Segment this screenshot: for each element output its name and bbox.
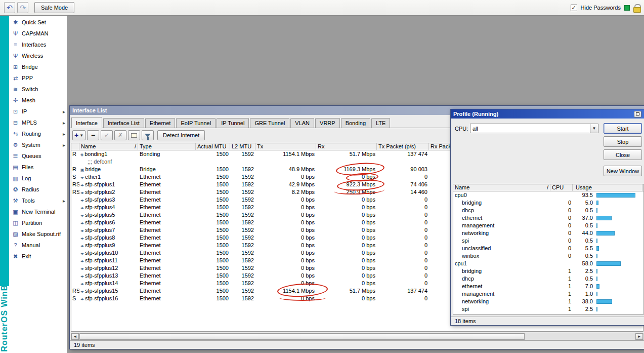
tab-interface-list[interactable]: Interface List xyxy=(103,118,144,128)
profile-row[interactable]: management11.0 xyxy=(453,290,643,298)
stop-button[interactable]: Stop xyxy=(604,136,642,147)
cpu-select[interactable]: all xyxy=(470,124,590,133)
profile-row[interactable]: cpu093.5 xyxy=(453,191,643,199)
column-profile-usage[interactable]: Usage xyxy=(573,184,642,191)
profile-row[interactable]: networking044.0 xyxy=(453,229,643,237)
sidebar-item-tools[interactable]: ⚒Tools▸ xyxy=(9,195,67,206)
profile-row[interactable]: bridging12.5 xyxy=(453,267,643,275)
l2-mtu-value: 1592 xyxy=(230,264,255,272)
scrollbar-thumb[interactable] xyxy=(79,333,525,340)
profile-row[interactable]: winbox00.5 xyxy=(453,252,643,260)
sidebar-item-mesh[interactable]: ✣Mesh xyxy=(9,95,67,106)
profile-row[interactable]: networking138.0 xyxy=(453,298,643,305)
sidebar-item-queues[interactable]: ☰Queues xyxy=(9,150,67,162)
sidebar-item-bridge[interactable]: ⊞Bridge xyxy=(9,61,67,72)
detect-internet-button[interactable]: Detect Internet xyxy=(157,130,205,140)
close-button[interactable]: Close xyxy=(604,149,642,160)
sidebar-item-capsman[interactable]: ΨCAPsMAN xyxy=(9,28,67,39)
undo-button[interactable]: ↶ xyxy=(4,2,15,13)
profile-row[interactable]: spi00.5 xyxy=(453,237,643,245)
sidebar-item-routing[interactable]: ⇆Routing▸ xyxy=(9,128,67,139)
new-window-button[interactable]: New Window xyxy=(604,166,642,176)
comment-button[interactable] xyxy=(128,130,140,140)
scroll-right-button[interactable]: ► xyxy=(635,333,643,340)
row-flag: R xyxy=(71,150,79,158)
cpu-select-drop-button[interactable]: ▼ xyxy=(590,124,598,133)
sidebar-item-exit[interactable]: ✖Exit xyxy=(9,251,67,262)
sidebar-item-new-terminal[interactable]: ▣New Terminal xyxy=(9,206,67,217)
enable-button[interactable]: ✓ xyxy=(101,130,113,140)
remove-button[interactable]: − xyxy=(87,130,99,140)
sidebar-item-label: Quick Set xyxy=(22,19,65,25)
sidebar-item-ppp[interactable]: ⇄PPP xyxy=(9,72,67,84)
column-tx-packet[interactable]: Tx Packet (p/s) xyxy=(377,143,429,150)
interface-name: ◂▸sfp-sfpplus3 xyxy=(79,196,138,204)
profile-row[interactable]: spi12.5 xyxy=(453,305,643,313)
column-actual-mtu[interactable]: Actual MTU xyxy=(196,143,230,150)
sidebar-item-label: Queues xyxy=(22,153,65,159)
column-rx[interactable]: Rx xyxy=(316,143,377,150)
sidebar-item-files[interactable]: ▤Files xyxy=(9,162,67,173)
safe-mode-button[interactable]: Safe Mode xyxy=(34,2,74,13)
scroll-left-button[interactable]: ◄ xyxy=(71,333,79,340)
sidebar-item-label: Routing xyxy=(22,131,63,137)
column-profile-cpu[interactable]: CPU xyxy=(550,184,573,191)
tab-gre-tunnel[interactable]: GRE Tunnel xyxy=(250,118,289,128)
filter-funnel-icon xyxy=(145,134,151,137)
sidebar-item-switch[interactable]: ≋Switch xyxy=(9,84,67,95)
disable-button[interactable]: ✗ xyxy=(114,130,126,140)
sidebar-item-mpls[interactable]: ⊟MPLS▸ xyxy=(9,117,67,128)
profile-row[interactable]: ethernet037.0 xyxy=(453,214,643,222)
branding-strip: RouterOS WinBox xyxy=(0,16,9,353)
tab-lte[interactable]: LTE xyxy=(371,118,390,128)
l2-mtu-value: 1592 xyxy=(230,257,255,264)
profile-window-titlebar[interactable]: Profile (Running) xyxy=(451,109,644,119)
tab-eoip-tunnel[interactable]: EoIP Tunnel xyxy=(176,118,216,128)
profile-row[interactable]: ethernet17.0 xyxy=(453,283,643,290)
redo-button[interactable]: ↷ xyxy=(17,2,28,13)
tab-ip-tunnel[interactable]: IP Tunnel xyxy=(217,118,249,128)
profile-row[interactable]: cpu158.0 xyxy=(453,260,643,267)
profile-row[interactable]: bridging05.0 xyxy=(453,199,643,207)
filter-button[interactable] xyxy=(142,130,154,140)
sidebar-item-ip[interactable]: ⊡IP▸ xyxy=(9,106,67,117)
actual-mtu-value: 1500 xyxy=(196,204,230,211)
tab-bonding[interactable]: Bonding xyxy=(341,118,370,128)
l2-mtu-value: 1592 xyxy=(230,280,255,287)
tab-vrrp[interactable]: VRRP xyxy=(315,118,340,128)
sidebar-item-manual[interactable]: ?Manual xyxy=(9,240,67,251)
interface-name: ◂▸sfp-sfpplus16 xyxy=(79,295,138,302)
sidebar-item-radius[interactable]: ✪Radius xyxy=(9,184,67,195)
tab-ethernet[interactable]: Ethernet xyxy=(145,118,176,128)
sidebar-item-label: Radius xyxy=(22,186,65,192)
profile-row[interactable]: management00.5 xyxy=(453,222,643,229)
sidebar-item-label: Exit xyxy=(22,253,65,259)
profile-cpu-value: 0 xyxy=(550,214,573,222)
column-tx[interactable]: Tx xyxy=(255,143,316,150)
hide-passwords-checkbox[interactable]: ✓ xyxy=(571,5,577,11)
column-profile-name[interactable]: Name/ xyxy=(453,184,550,191)
profile-usage: 0.5 xyxy=(573,252,642,260)
profile-row[interactable]: dhcp10.5 xyxy=(453,275,643,283)
column-name[interactable]: Name/ xyxy=(79,143,138,150)
sidebar-item-interfaces[interactable]: ≡Interfaces xyxy=(9,39,67,50)
detect-internet-label: Detect Internet xyxy=(163,132,199,138)
add-button[interactable]: +▼ xyxy=(72,130,85,140)
usage-value: 37.0 xyxy=(573,214,593,222)
cpu-select-value: all xyxy=(473,126,478,132)
profile-row[interactable]: unclassified05.5 xyxy=(453,245,643,252)
sidebar-item-system[interactable]: ⚙System▸ xyxy=(9,139,67,150)
start-button[interactable]: Start xyxy=(604,123,642,134)
sidebar-item-wireless[interactable]: ΨWireless xyxy=(9,50,67,61)
sidebar-item-quick-set[interactable]: ✱Quick Set xyxy=(9,17,67,28)
sidebar-item-partition[interactable]: ◫Partition xyxy=(9,217,67,228)
sidebar-item-log[interactable]: ▥Log xyxy=(9,173,67,184)
column-flags[interactable] xyxy=(71,143,79,150)
sidebar-item-make-supout-rif[interactable]: ▨Make Supout.rif xyxy=(9,228,67,240)
profile-row[interactable]: dhcp00.5 xyxy=(453,207,643,214)
tab-interface[interactable]: Interface xyxy=(71,117,102,128)
column-l2-mtu[interactable]: L2 MTU xyxy=(230,143,255,150)
column-type[interactable]: Type xyxy=(138,143,196,150)
maximize-button[interactable] xyxy=(634,111,641,117)
tab-vlan[interactable]: VLAN xyxy=(290,118,314,128)
